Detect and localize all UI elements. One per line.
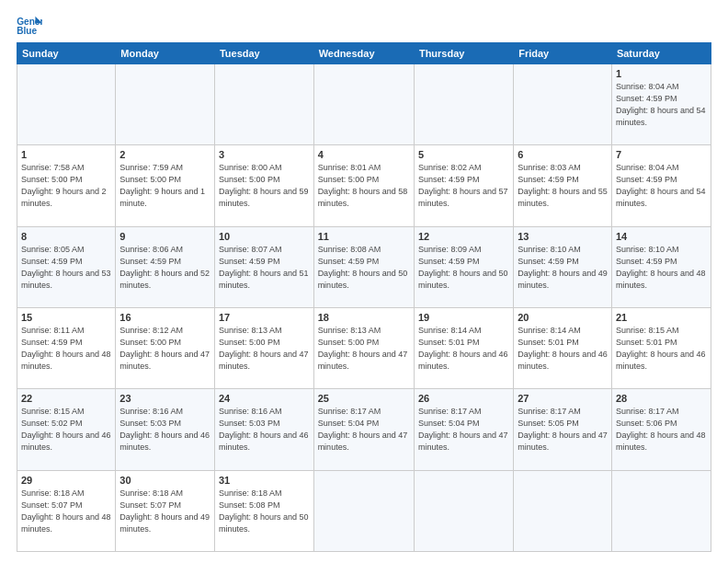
day-info: Sunrise: 7:58 AMSunset: 5:00 PMDaylight:… bbox=[21, 162, 111, 210]
calendar-cell: 1Sunrise: 8:04 AMSunset: 4:59 PMDaylight… bbox=[611, 64, 711, 145]
calendar-cell: 15Sunrise: 8:11 AMSunset: 4:59 PMDayligh… bbox=[17, 307, 116, 388]
calendar-cell: 27Sunrise: 8:17 AMSunset: 5:05 PMDayligh… bbox=[514, 389, 612, 470]
calendar-cell: 1Sunrise: 7:58 AMSunset: 5:00 PMDaylight… bbox=[17, 145, 116, 226]
day-number: 1 bbox=[616, 68, 707, 79]
calendar-cell: 7Sunrise: 8:04 AMSunset: 4:59 PMDaylight… bbox=[611, 145, 711, 226]
day-number: 7 bbox=[616, 149, 707, 160]
header: General Blue bbox=[17, 15, 711, 35]
calendar-cell bbox=[313, 64, 414, 145]
calendar-cell: 13Sunrise: 8:10 AMSunset: 4:59 PMDayligh… bbox=[514, 226, 612, 307]
calendar-week-row: 1Sunrise: 8:04 AMSunset: 4:59 PMDaylight… bbox=[17, 64, 711, 145]
calendar-header-row: SundayMondayTuesdayWednesdayThursdayFrid… bbox=[17, 43, 711, 64]
day-info: Sunrise: 8:14 AMSunset: 5:01 PMDaylight:… bbox=[518, 325, 608, 373]
day-info: Sunrise: 8:08 AMSunset: 4:59 PMDaylight:… bbox=[318, 244, 410, 292]
day-info: Sunrise: 8:17 AMSunset: 5:04 PMDaylight:… bbox=[318, 406, 410, 454]
calendar-cell: 14Sunrise: 8:10 AMSunset: 4:59 PMDayligh… bbox=[611, 226, 711, 307]
day-number: 4 bbox=[318, 149, 410, 160]
calendar-table: SundayMondayTuesdayWednesdayThursdayFrid… bbox=[17, 42, 711, 552]
day-info: Sunrise: 8:05 AMSunset: 4:59 PMDaylight:… bbox=[21, 244, 111, 292]
calendar-cell: 28Sunrise: 8:17 AMSunset: 5:06 PMDayligh… bbox=[611, 389, 711, 470]
day-info: Sunrise: 8:01 AMSunset: 5:00 PMDaylight:… bbox=[318, 162, 410, 210]
day-header-thursday: Thursday bbox=[414, 43, 513, 64]
calendar-week-row: 1Sunrise: 7:58 AMSunset: 5:00 PMDaylight… bbox=[17, 145, 711, 226]
day-info: Sunrise: 8:17 AMSunset: 5:04 PMDaylight:… bbox=[418, 406, 509, 454]
day-number: 30 bbox=[119, 475, 210, 486]
day-info: Sunrise: 8:17 AMSunset: 5:05 PMDaylight:… bbox=[518, 406, 608, 454]
day-info: Sunrise: 8:10 AMSunset: 4:59 PMDaylight:… bbox=[616, 244, 707, 292]
calendar-cell: 5Sunrise: 8:02 AMSunset: 4:59 PMDaylight… bbox=[414, 145, 513, 226]
calendar-cell bbox=[514, 64, 612, 145]
day-number: 23 bbox=[119, 393, 210, 404]
calendar-cell: 24Sunrise: 8:16 AMSunset: 5:03 PMDayligh… bbox=[214, 389, 313, 470]
calendar-cell: 12Sunrise: 8:09 AMSunset: 4:59 PMDayligh… bbox=[414, 226, 513, 307]
logo-icon: General Blue bbox=[17, 15, 42, 35]
calendar-cell: 8Sunrise: 8:05 AMSunset: 4:59 PMDaylight… bbox=[17, 226, 116, 307]
day-number: 31 bbox=[219, 475, 310, 486]
calendar-cell: 4Sunrise: 8:01 AMSunset: 5:00 PMDaylight… bbox=[313, 145, 414, 226]
svg-text:Blue: Blue bbox=[17, 26, 37, 35]
day-number: 24 bbox=[219, 393, 310, 404]
day-number: 19 bbox=[418, 312, 509, 323]
page: General Blue SundayMondayTuesdayWednesda… bbox=[0, 0, 728, 563]
calendar-cell bbox=[514, 470, 612, 551]
calendar-cell bbox=[17, 64, 116, 145]
day-header-tuesday: Tuesday bbox=[214, 43, 313, 64]
day-info: Sunrise: 8:14 AMSunset: 5:01 PMDaylight:… bbox=[418, 325, 509, 373]
day-number: 9 bbox=[119, 231, 210, 242]
day-number: 11 bbox=[318, 231, 410, 242]
day-info: Sunrise: 8:17 AMSunset: 5:06 PMDaylight:… bbox=[616, 406, 707, 454]
calendar-cell: 2Sunrise: 7:59 AMSunset: 5:00 PMDaylight… bbox=[116, 145, 215, 226]
day-number: 12 bbox=[418, 231, 509, 242]
calendar-cell: 25Sunrise: 8:17 AMSunset: 5:04 PMDayligh… bbox=[313, 389, 414, 470]
calendar-cell: 21Sunrise: 8:15 AMSunset: 5:01 PMDayligh… bbox=[611, 307, 711, 388]
day-number: 21 bbox=[616, 312, 707, 323]
day-number: 3 bbox=[219, 149, 310, 160]
day-info: Sunrise: 8:12 AMSunset: 5:00 PMDaylight:… bbox=[119, 325, 210, 373]
day-number: 13 bbox=[518, 231, 608, 242]
calendar-cell: 20Sunrise: 8:14 AMSunset: 5:01 PMDayligh… bbox=[514, 307, 612, 388]
day-number: 10 bbox=[219, 231, 310, 242]
calendar-cell: 26Sunrise: 8:17 AMSunset: 5:04 PMDayligh… bbox=[414, 389, 513, 470]
day-header-friday: Friday bbox=[514, 43, 612, 64]
day-info: Sunrise: 8:18 AMSunset: 5:07 PMDaylight:… bbox=[21, 488, 111, 535]
day-header-monday: Monday bbox=[116, 43, 215, 64]
day-info: Sunrise: 8:11 AMSunset: 4:59 PMDaylight:… bbox=[21, 325, 111, 373]
day-info: Sunrise: 8:04 AMSunset: 4:59 PMDaylight:… bbox=[616, 81, 707, 129]
day-info: Sunrise: 8:15 AMSunset: 5:02 PMDaylight:… bbox=[21, 406, 111, 454]
calendar-week-row: 8Sunrise: 8:05 AMSunset: 4:59 PMDaylight… bbox=[17, 226, 711, 307]
day-header-wednesday: Wednesday bbox=[313, 43, 414, 64]
day-number: 22 bbox=[21, 393, 111, 404]
calendar-cell bbox=[116, 64, 215, 145]
day-info: Sunrise: 8:16 AMSunset: 5:03 PMDaylight:… bbox=[219, 406, 310, 454]
calendar-cell bbox=[414, 470, 513, 551]
day-number: 15 bbox=[21, 312, 111, 323]
calendar-week-row: 15Sunrise: 8:11 AMSunset: 4:59 PMDayligh… bbox=[17, 307, 711, 388]
calendar-cell: 22Sunrise: 8:15 AMSunset: 5:02 PMDayligh… bbox=[17, 389, 116, 470]
day-number: 26 bbox=[418, 393, 509, 404]
logo: General Blue bbox=[17, 15, 46, 35]
day-number: 14 bbox=[616, 231, 707, 242]
calendar-cell: 23Sunrise: 8:16 AMSunset: 5:03 PMDayligh… bbox=[116, 389, 215, 470]
calendar-cell bbox=[611, 470, 711, 551]
day-info: Sunrise: 8:15 AMSunset: 5:01 PMDaylight:… bbox=[616, 325, 707, 373]
day-number: 18 bbox=[318, 312, 410, 323]
calendar-cell: 29Sunrise: 8:18 AMSunset: 5:07 PMDayligh… bbox=[17, 470, 116, 551]
day-info: Sunrise: 8:13 AMSunset: 5:00 PMDaylight:… bbox=[219, 325, 310, 373]
day-number: 6 bbox=[518, 149, 608, 160]
calendar-cell bbox=[214, 64, 313, 145]
calendar-cell: 10Sunrise: 8:07 AMSunset: 4:59 PMDayligh… bbox=[214, 226, 313, 307]
day-number: 20 bbox=[518, 312, 608, 323]
day-number: 25 bbox=[318, 393, 410, 404]
day-info: Sunrise: 8:03 AMSunset: 4:59 PMDaylight:… bbox=[518, 162, 608, 210]
calendar-cell: 3Sunrise: 8:00 AMSunset: 5:00 PMDaylight… bbox=[214, 145, 313, 226]
calendar-cell: 16Sunrise: 8:12 AMSunset: 5:00 PMDayligh… bbox=[116, 307, 215, 388]
day-number: 28 bbox=[616, 393, 707, 404]
day-number: 27 bbox=[518, 393, 608, 404]
calendar-week-row: 22Sunrise: 8:15 AMSunset: 5:02 PMDayligh… bbox=[17, 389, 711, 470]
day-header-sunday: Sunday bbox=[17, 43, 116, 64]
day-number: 16 bbox=[119, 312, 210, 323]
day-info: Sunrise: 8:16 AMSunset: 5:03 PMDaylight:… bbox=[119, 406, 210, 454]
calendar-cell: 18Sunrise: 8:13 AMSunset: 5:00 PMDayligh… bbox=[313, 307, 414, 388]
day-header-saturday: Saturday bbox=[611, 43, 711, 64]
calendar-cell bbox=[313, 470, 414, 551]
